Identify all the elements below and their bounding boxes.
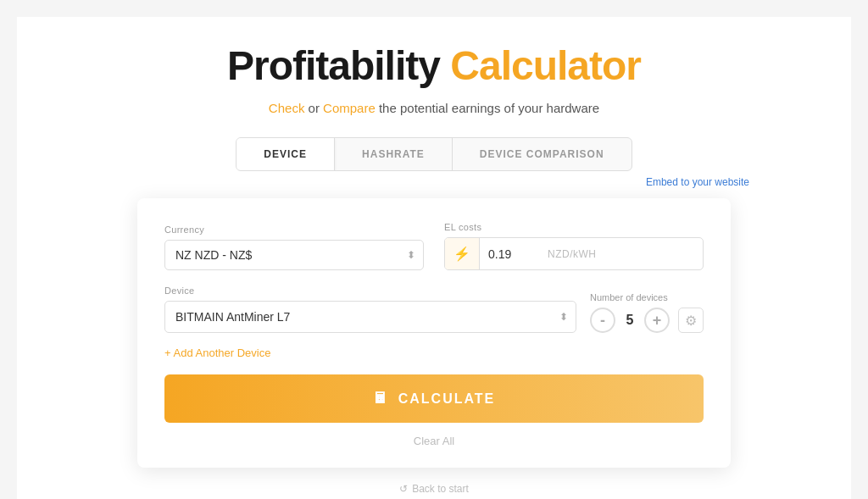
subtitle: Check or Compare the potential earnings …	[269, 101, 599, 115]
device-label: Device	[164, 286, 576, 296]
el-costs-unit: NZD/kWH	[548, 241, 607, 268]
num-devices-value: 5	[622, 313, 637, 328]
num-devices-label: Number of devices	[590, 292, 704, 302]
embed-link[interactable]: Embed to your website	[646, 176, 749, 188]
page-title: Profitability Calculator	[227, 42, 641, 89]
add-device-link[interactable]: + Add Another Device	[164, 347, 270, 359]
currency-group: Currency NZ NZD - NZ$ ⬍	[164, 225, 424, 270]
compare-link[interactable]: Compare	[323, 101, 376, 115]
back-to-start[interactable]: ↺ Back to start	[399, 483, 469, 495]
gear-icon: ⚙	[685, 313, 697, 329]
device-select-wrapper: BITMAIN AntMiner L7 ⬍	[164, 301, 576, 333]
el-costs-group: EL costs ⚡ NZD/kWH	[444, 222, 704, 270]
el-costs-input-wrapper: ⚡ NZD/kWH	[444, 237, 704, 270]
num-devices-group: Number of devices - 5 + ⚙	[590, 292, 704, 333]
device-group: Device BITMAIN AntMiner L7 ⬍	[164, 286, 576, 333]
device-row: Device BITMAIN AntMiner L7 ⬍ Number of d…	[164, 286, 704, 333]
tab-bar: DEVICE HASHRATE DEVICE COMPARISON	[236, 137, 632, 171]
title-highlight: Calculator	[450, 43, 641, 88]
tab-device-comparison[interactable]: DEVICE COMPARISON	[453, 138, 632, 170]
page-wrapper: Profitability Calculator Check or Compar…	[17, 17, 851, 499]
currency-label: Currency	[164, 225, 424, 235]
calculate-button[interactable]: 🖩 CALCULATE	[164, 374, 704, 423]
title-prefix: Profitability	[227, 43, 440, 88]
calculator-card: Currency NZ NZD - NZ$ ⬍ EL costs ⚡ NZD/k…	[137, 198, 731, 468]
device-select[interactable]: BITMAIN AntMiner L7	[164, 301, 576, 333]
device-settings-button[interactable]: ⚙	[678, 308, 704, 333]
tab-device[interactable]: DEVICE	[236, 138, 335, 170]
back-label: Back to start	[412, 483, 469, 495]
calculator-icon: 🖩	[373, 390, 390, 408]
currency-el-row: Currency NZ NZD - NZ$ ⬍ EL costs ⚡ NZD/k…	[164, 222, 704, 270]
increase-devices-button[interactable]: +	[644, 308, 670, 333]
el-costs-label: EL costs	[444, 222, 704, 232]
currency-select-wrapper: NZ NZD - NZ$ ⬍	[164, 240, 424, 270]
num-devices-controls: - 5 + ⚙	[590, 308, 704, 333]
currency-select[interactable]: NZ NZD - NZ$	[164, 240, 424, 270]
decrease-devices-button[interactable]: -	[590, 308, 615, 333]
clear-all-button[interactable]: Clear All	[164, 435, 704, 447]
tab-hashrate[interactable]: HASHRATE	[335, 138, 453, 170]
calculate-label: CALCULATE	[398, 391, 496, 407]
el-costs-input[interactable]	[480, 240, 548, 269]
back-icon: ↺	[399, 483, 408, 495]
lightning-icon: ⚡	[445, 238, 480, 269]
check-link[interactable]: Check	[269, 101, 305, 115]
